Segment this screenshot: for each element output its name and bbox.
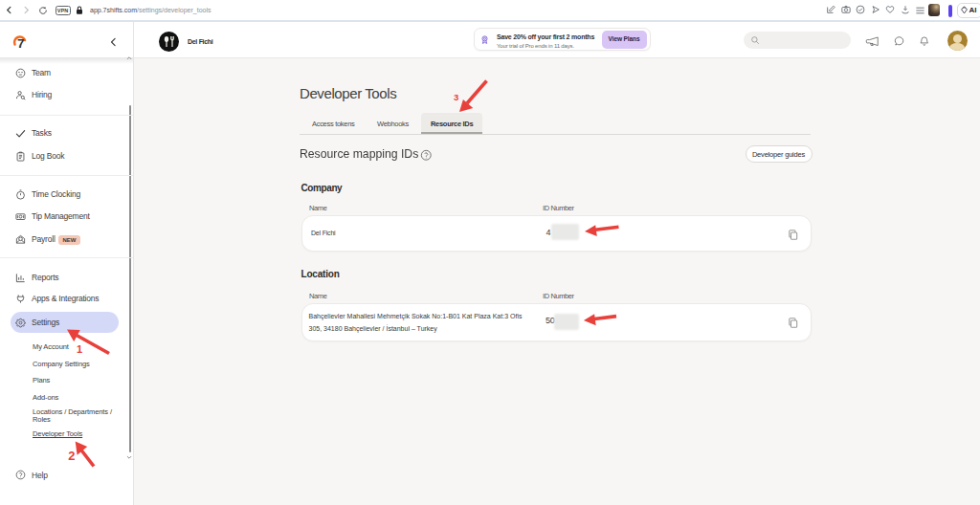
svg-text:2: 2	[68, 449, 75, 463]
svg-text:3: 3	[454, 92, 458, 102]
svg-text:1: 1	[77, 343, 82, 355]
